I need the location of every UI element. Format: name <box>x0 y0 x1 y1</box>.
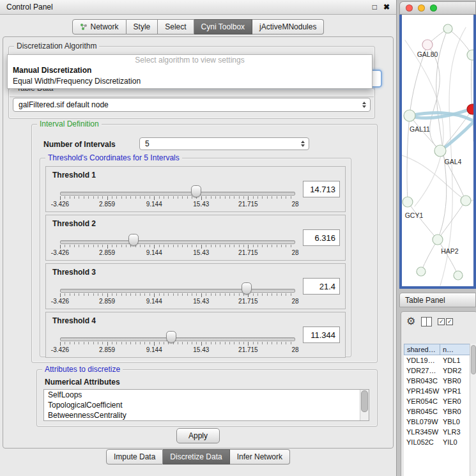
table-scrollbar[interactable] <box>470 344 476 476</box>
tab-infer-network[interactable]: Infer Network <box>230 449 290 464</box>
float-window-icon[interactable]: □ <box>372 3 377 12</box>
table-row[interactable]: YBR045CYBR0 <box>404 406 470 417</box>
attribute-item[interactable]: TopologicalCoefficient <box>44 400 369 410</box>
threshold-value-field[interactable]: 14.713 <box>303 181 340 197</box>
table-scrollbar-thumb[interactable] <box>471 345 476 374</box>
close-light-icon[interactable] <box>406 4 413 12</box>
table-cell: YLR345W <box>404 427 440 437</box>
threshold-slider[interactable]: -3.4262.8599.14415.4321.71528 <box>60 280 295 306</box>
close-icon[interactable]: ✖ <box>383 3 390 12</box>
attributes-scrollbar[interactable] <box>360 390 369 420</box>
network-node[interactable] <box>403 197 413 207</box>
network-node-selected[interactable] <box>467 104 473 114</box>
threshold-value-field[interactable]: 11.344 <box>303 326 340 343</box>
zoom-light-icon[interactable] <box>430 4 437 12</box>
threshold-value-field[interactable]: 6.316 <box>303 229 340 246</box>
table-column-header[interactable]: shared… <box>404 344 440 355</box>
number-of-intervals-label: Number of Intervals <box>43 140 116 149</box>
apply-button[interactable]: Apply <box>176 428 220 443</box>
numerical-attributes-list[interactable]: SelfLoopsTopologicalCoefficientBetweenne… <box>43 389 369 421</box>
thresholds-group: Threshold's Coordinates for 5 Intervals … <box>40 158 351 357</box>
network-edge[interactable] <box>438 201 466 240</box>
tick-label: 9.144 <box>146 249 162 256</box>
tab-discretize-data[interactable]: Discretize Data <box>163 449 229 464</box>
network-edge[interactable] <box>436 29 448 240</box>
network-node-label: GAL4 <box>445 158 462 165</box>
minimize-light-icon[interactable] <box>418 4 425 12</box>
tab-impute-data[interactable]: Impute Data <box>106 449 163 464</box>
threshold-panel: Threshold 2-3.4262.8599.14415.4321.71528… <box>45 215 346 261</box>
table-data-combobox[interactable]: galFiltered.sif default node <box>13 98 371 112</box>
slider-thumb[interactable] <box>191 185 201 197</box>
table-cell: YER054C <box>404 396 440 406</box>
node-attribute-table[interactable]: shared…n… YDL19…YDL1YDR27…YDR2YBR043CYBR… <box>404 344 470 476</box>
network-node[interactable] <box>434 145 446 157</box>
tab-label: Cyni Toolbox <box>201 22 245 31</box>
table-row[interactable]: YIL052CYIL0 <box>404 437 470 447</box>
network-node[interactable] <box>443 24 452 33</box>
tab-style[interactable]: Style <box>127 19 158 35</box>
slider-thumb[interactable] <box>128 234 139 246</box>
slider-track[interactable] <box>60 240 295 244</box>
row-selection-icon[interactable]: ✓ ✓ <box>438 318 453 325</box>
network-node[interactable] <box>467 50 473 60</box>
network-node[interactable] <box>433 234 443 245</box>
attribute-item[interactable]: SelfLoops <box>44 390 369 400</box>
slider-track[interactable] <box>60 337 295 341</box>
attributes-scrollbar-thumb[interactable] <box>361 390 368 412</box>
network-node[interactable] <box>422 40 433 50</box>
table-row[interactable]: YDR27…YDR2 <box>404 365 470 376</box>
slider-track[interactable] <box>60 289 295 293</box>
network-node[interactable] <box>404 110 415 121</box>
table-row[interactable]: YLR345WYLR3 <box>404 427 470 437</box>
threshold-panel: Threshold 1-3.4262.8599.14415.4321.71528… <box>45 166 346 212</box>
column-selector-icon[interactable] <box>421 317 432 326</box>
threshold-slider[interactable]: -3.4262.8599.14415.4321.71528 <box>60 232 295 257</box>
tick-label: 9.144 <box>146 298 162 305</box>
table-column-header[interactable]: n… <box>440 344 470 355</box>
slider-tick-labels: -3.4262.8599.14415.4321.71528 <box>60 298 295 305</box>
network-node[interactable] <box>417 267 426 276</box>
table-panel-window: ⚙ ✓ ✓ shared…n… YDL19…YDL1YDR27…YDR2YBR0… <box>401 311 476 476</box>
checkbox-icon: ✓ <box>438 318 445 325</box>
network-edge-highlighted[interactable] <box>440 122 473 151</box>
threshold-label: Threshold 2 <box>52 219 96 228</box>
network-edge[interactable] <box>408 202 438 240</box>
network-edge[interactable] <box>472 55 473 109</box>
algorithm-option-equal-width-frequency-discretization[interactable]: Equal Width/Frequency Discretization <box>8 76 372 87</box>
tick-label: 2.859 <box>99 201 115 208</box>
table-row[interactable]: YER054CYER0 <box>404 396 470 406</box>
gear-icon[interactable]: ⚙ <box>406 316 415 326</box>
number-of-intervals-combobox[interactable]: 5 <box>139 137 309 150</box>
tab-network[interactable]: Network <box>72 19 127 35</box>
tab-select[interactable]: Select <box>158 19 194 35</box>
table-row[interactable]: YPR145WYPR1 <box>404 386 470 396</box>
network-node[interactable] <box>454 271 463 280</box>
network-canvas[interactable]: GAL80GAL11GAL4GCY1HAP2 <box>402 15 473 286</box>
slider-thumb[interactable] <box>242 282 252 295</box>
threshold-slider[interactable]: -3.4262.8599.14415.4321.71528 <box>60 183 295 209</box>
tab-jactivemnodules[interactable]: jActiveMNodules <box>252 19 324 35</box>
network-edge[interactable] <box>410 116 440 151</box>
network-window-titlebar <box>399 1 476 15</box>
tick-label: 9.144 <box>146 201 162 208</box>
tick-label: -3.426 <box>51 249 69 256</box>
network-edge[interactable] <box>438 240 458 275</box>
table-body: YDL19…YDL1YDR27…YDR2YBR043CYBR0YPR145WYP… <box>404 355 470 447</box>
table-data-group: Table Data galFiltered.sif default node <box>8 88 375 119</box>
network-graph: GAL80GAL11GAL4GCY1HAP2 <box>402 15 473 286</box>
table-row[interactable]: YDL19…YDL1 <box>404 355 470 365</box>
slider-track[interactable] <box>60 192 295 196</box>
table-panel-header[interactable]: Table Panel <box>399 293 476 307</box>
table-data-selected: galFiltered.sif default node <box>19 100 109 109</box>
threshold-slider[interactable]: -3.4262.8599.14415.4321.71528 <box>60 329 295 355</box>
tab-cyni-toolbox[interactable]: Cyni Toolbox <box>194 19 252 35</box>
threshold-value-field[interactable]: 21.4 <box>303 278 340 295</box>
table-row[interactable]: YBR043CYBR0 <box>404 376 470 386</box>
slider-thumb[interactable] <box>166 331 176 343</box>
tab-label: jActiveMNodules <box>259 22 316 31</box>
attribute-item[interactable]: BetweennessCentrality <box>44 410 369 420</box>
network-node[interactable] <box>461 196 471 206</box>
algorithm-option-manual-discretization[interactable]: Manual Discretization <box>8 65 372 76</box>
table-row[interactable]: YBL079WYBL0 <box>404 417 470 427</box>
